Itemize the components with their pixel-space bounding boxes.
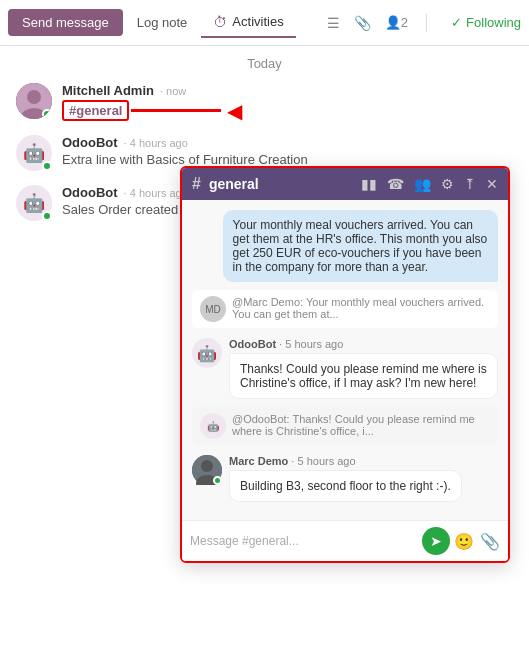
- message-header: Mitchell Admin · now: [62, 83, 513, 98]
- chat-message-preview-2: 🤖 @OdooBot: Thanks! Could you please rem…: [192, 407, 498, 445]
- message-time: · 4 hours ago: [124, 187, 188, 199]
- chat-message-row-marc: Marc Demo · 5 hours ago Building B3, sec…: [192, 455, 498, 502]
- list-item: Mitchell Admin · now #general ◀: [16, 83, 513, 121]
- preview-text-2: @OdooBot: Thanks! Could you please remin…: [232, 413, 490, 437]
- message-author: OdooBot: [62, 185, 118, 200]
- annotation: #general ◀: [62, 100, 513, 121]
- message-header: OdooBot · 4 hours ago: [62, 135, 513, 150]
- online-indicator-marc: [213, 476, 222, 485]
- attachment-icon[interactable]: 📎: [480, 532, 500, 551]
- log-note-button[interactable]: Log note: [127, 9, 198, 36]
- chat-author-marc: Marc Demo: [229, 455, 288, 467]
- avatar: [192, 455, 222, 485]
- chat-message-row: 🤖 OdooBot · 5 hours ago Thanks! Could yo…: [192, 338, 498, 399]
- svg-point-4: [201, 460, 213, 472]
- chat-body: Your monthly meal vouchers arrived. You …: [182, 200, 508, 520]
- message-body: OdooBot · 4 hours ago Extra line with Ba…: [62, 135, 513, 167]
- preview-avatar-2: 🤖: [200, 413, 226, 439]
- document-icon[interactable]: ☰: [327, 15, 340, 31]
- message-time: · 4 hours ago: [124, 137, 188, 149]
- avatar: [16, 83, 52, 119]
- chat-message-content: OdooBot · 5 hours ago Thanks! Could you …: [229, 338, 498, 399]
- red-arrow-icon: ◀: [227, 101, 242, 121]
- hash-icon: #: [192, 175, 201, 193]
- preview-text: @Marc Demo: Your monthly meal vouchers a…: [232, 296, 490, 320]
- clock-icon: ⏱: [213, 14, 227, 30]
- chat-channel-name: general: [209, 176, 353, 192]
- online-indicator: [42, 109, 52, 119]
- preview-author: @Marc Demo: [232, 296, 300, 308]
- chat-msg-info: OdooBot · 5 hours ago: [229, 338, 498, 350]
- tab-activities[interactable]: ⏱ Activities: [201, 8, 295, 38]
- online-indicator: [42, 161, 52, 171]
- avatar: 🤖: [192, 338, 222, 368]
- phone-icon[interactable]: ☎: [387, 176, 404, 192]
- preview-avatar: MD: [200, 296, 226, 322]
- chat-message-input[interactable]: [190, 534, 418, 548]
- check-icon: ✓: [451, 15, 462, 30]
- following-button[interactable]: ✓ Following: [451, 15, 521, 30]
- send-icon: ➤: [430, 533, 442, 549]
- chat-bubble-marc: Building B3, second floor to the right :…: [229, 470, 462, 502]
- settings-icon[interactable]: ⚙: [441, 176, 454, 192]
- red-arrow-line: [131, 109, 221, 112]
- toolbar: Send message Log note ⏱ Activities ☰ 📎 👤…: [0, 0, 529, 46]
- message-body: Mitchell Admin · now #general ◀: [62, 83, 513, 121]
- attachment-icon[interactable]: 📎: [354, 15, 371, 31]
- chat-message-outgoing: Your monthly meal vouchers arrived. You …: [223, 210, 498, 282]
- toolbar-icons: ☰ 📎 👤2 ✓ Following: [327, 14, 521, 32]
- chat-msg-info-marc: Marc Demo · 5 hours ago: [229, 455, 462, 467]
- svg-point-1: [27, 90, 41, 104]
- chat-input-row: ➤ 🙂 📎: [182, 520, 508, 561]
- message-time: · now: [160, 85, 186, 97]
- message-author: Mitchell Admin: [62, 83, 154, 98]
- chat-time-marc: 5 hours ago: [297, 455, 355, 467]
- avatar: 🤖: [16, 185, 52, 221]
- main-content: Today Mitchell Admin · now #general ◀: [0, 46, 529, 245]
- chat-author: OdooBot: [229, 338, 276, 350]
- close-icon[interactable]: ✕: [486, 176, 498, 192]
- chat-input-icons: 🙂 📎: [454, 532, 500, 551]
- chat-header-icons: ▮▮ ☎ 👥 ⚙ ⤒ ✕: [361, 176, 498, 192]
- chat-send-button[interactable]: ➤: [422, 527, 450, 555]
- persons-icon[interactable]: 👤2: [385, 15, 408, 30]
- chat-popup: # general ▮▮ ☎ 👥 ⚙ ⤒ ✕ Your monthly meal…: [180, 166, 510, 563]
- send-message-button[interactable]: Send message: [8, 9, 123, 36]
- divider: [426, 14, 427, 32]
- avatar: 🤖: [16, 135, 52, 171]
- video-icon[interactable]: ▮▮: [361, 176, 377, 192]
- emoji-icon[interactable]: 🙂: [454, 532, 474, 551]
- channel-tag[interactable]: #general: [62, 100, 129, 121]
- message-author: OdooBot: [62, 135, 118, 150]
- chat-bubble: Thanks! Could you please remind me where…: [229, 353, 498, 399]
- chat-time: 5 hours ago: [285, 338, 343, 350]
- preview-author-2: @OdooBot: [232, 413, 287, 425]
- online-indicator: [42, 211, 52, 221]
- expand-icon[interactable]: ⤒: [464, 176, 476, 192]
- chat-message-content-marc: Marc Demo · 5 hours ago Building B3, sec…: [229, 455, 462, 502]
- chat-message-preview: MD @Marc Demo: Your monthly meal voucher…: [192, 290, 498, 328]
- today-label: Today: [16, 56, 513, 71]
- message-text: Extra line with Basics of Furniture Crea…: [62, 152, 513, 167]
- members-icon[interactable]: 👥: [414, 176, 431, 192]
- chat-header: # general ▮▮ ☎ 👥 ⚙ ⤒ ✕: [182, 168, 508, 200]
